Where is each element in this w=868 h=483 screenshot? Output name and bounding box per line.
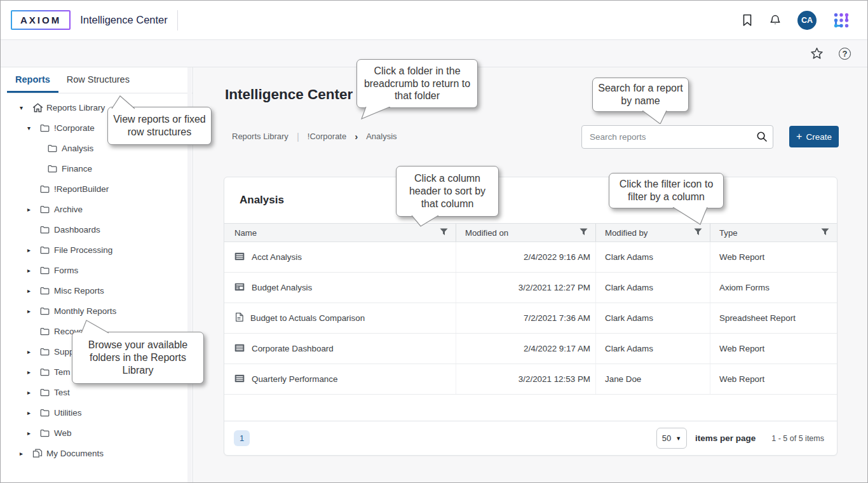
column-header-label: Modified on <box>465 228 508 238</box>
table-row[interactable]: Quarterly Performance 3/2/2021 12:53 PM … <box>224 364 837 395</box>
favorite-star-icon[interactable] <box>810 47 824 60</box>
tree-item[interactable]: ▸ Web <box>1 423 193 443</box>
folder-icon <box>40 185 54 193</box>
tab-row-structures[interactable]: Row Structures <box>58 67 138 93</box>
type-cell: Web Report <box>710 242 837 272</box>
expand-arrow-icon[interactable]: ▾ <box>20 104 32 111</box>
tree-item-label: Archive <box>54 205 83 214</box>
web-report-icon <box>234 344 245 354</box>
folder-icon <box>40 205 54 214</box>
table-body: Acct Analysis 2/4/2022 9:16 AM Clark Ada… <box>224 242 837 395</box>
axiom-forms-icon <box>234 283 245 293</box>
folder-icon <box>40 246 54 254</box>
modified-by-cell: Jane Doe <box>596 364 710 394</box>
breadcrumb-item-analysis[interactable]: Analysis <box>366 132 397 141</box>
breadcrumb-item-reports-library[interactable]: Reports Library <box>232 132 288 141</box>
expand-arrow-icon[interactable]: ▾ <box>27 125 40 132</box>
filter-funnel-icon[interactable] <box>821 228 829 238</box>
column-header-modified-on[interactable]: Modified on <box>456 224 596 242</box>
tree-item[interactable]: !ReportBuilder <box>1 179 193 199</box>
folder-icon <box>40 348 54 356</box>
table-empty-space <box>224 395 837 421</box>
expand-arrow-icon[interactable]: ▸ <box>27 348 40 355</box>
filter-funnel-icon[interactable] <box>694 228 702 238</box>
page-size-value: 50 <box>662 433 671 443</box>
axiom-logo: AXIOM <box>11 10 71 30</box>
table-row[interactable]: Corporate Dashboard 2/4/2022 9:17 AM Cla… <box>224 334 837 364</box>
web-report-icon <box>234 374 245 384</box>
create-button[interactable]: + Create <box>789 126 839 147</box>
table-header-row: Name Modified on Modified by Type <box>224 223 837 242</box>
expand-arrow-icon[interactable]: ▸ <box>27 369 40 376</box>
table-row[interactable]: Budget Analysis 3/2/2021 12:27 PM Clark … <box>224 273 837 303</box>
filter-funnel-icon[interactable] <box>580 228 588 238</box>
sidebar-tabs: Reports Row Structures <box>7 67 193 93</box>
folder-icon <box>40 226 54 234</box>
expand-arrow-icon[interactable]: ▸ <box>27 389 40 396</box>
tree-item[interactable]: ▸ Forms <box>1 260 193 280</box>
axiom-logo-text: AXIOM <box>12 11 69 29</box>
search-input[interactable] <box>581 125 773 149</box>
column-header-label: Modified by <box>605 228 648 238</box>
folder-icon <box>40 327 54 336</box>
tree-item-label: Dashboards <box>54 225 100 235</box>
type-cell: Web Report <box>710 334 837 364</box>
modified-on-cell: 2/4/2022 9:16 AM <box>456 242 596 272</box>
expand-arrow-icon[interactable]: ▸ <box>27 267 40 274</box>
expand-arrow-icon[interactable]: ▸ <box>27 206 40 213</box>
tree-item-label: My Documents <box>46 449 104 458</box>
chevron-down-icon: ▼ <box>675 435 681 442</box>
bookmark-icon[interactable] <box>742 14 753 27</box>
expand-arrow-icon[interactable]: ▸ <box>27 308 40 315</box>
callout-search-help: Search for a report by name <box>592 78 689 112</box>
title-divider <box>177 10 178 31</box>
tab-reports[interactable]: Reports <box>7 67 58 93</box>
expand-arrow-icon[interactable]: ▸ <box>27 247 40 254</box>
modified-by-cell: Clark Adams <box>596 242 710 272</box>
help-icon[interactable]: ? <box>839 48 851 60</box>
web-report-icon <box>234 252 245 262</box>
tree-item[interactable]: ▸ Misc Reports <box>1 280 193 301</box>
expand-arrow-icon[interactable]: ▸ <box>27 409 40 416</box>
pagination-bar: 1 50 ▼ items per page 1 - 5 of 5 items <box>224 421 837 455</box>
folder-icon <box>40 429 54 437</box>
tree-item[interactable]: ▸ Monthly Reports <box>1 301 193 321</box>
expand-arrow-icon[interactable]: ▸ <box>27 287 40 294</box>
folder-icon <box>40 368 54 376</box>
tree-item[interactable]: ▸ Archive <box>1 199 193 219</box>
tree-item-label: Tem <box>54 367 71 377</box>
top-bar: AXIOM Intelligence Center CA <box>1 1 867 40</box>
apps-grid-icon[interactable] <box>833 12 850 29</box>
filter-funnel-icon[interactable] <box>440 228 448 238</box>
page-size-select[interactable]: 50 ▼ <box>656 428 687 449</box>
tree-item-label: Utilities <box>54 408 82 418</box>
tree-item[interactable]: Dashboards <box>1 219 193 240</box>
column-header-type[interactable]: Type <box>710 224 837 242</box>
items-per-page-label: items per page <box>695 433 756 443</box>
folder-tree: ▾ Reports Library ▾ !Corporate Analysis … <box>1 97 193 463</box>
app-title: Intelligence Center <box>80 14 168 26</box>
tree-item[interactable]: ▸ Utilities <box>1 402 193 423</box>
page-number-button[interactable]: 1 <box>234 430 250 446</box>
column-header-modified-by[interactable]: Modified by <box>596 224 710 242</box>
modified-on-cell: 3/2/2021 12:53 PM <box>456 364 596 394</box>
user-avatar[interactable]: CA <box>797 11 817 30</box>
expand-arrow-icon[interactable]: ▸ <box>20 450 32 457</box>
search-box <box>581 125 773 149</box>
expand-arrow-icon[interactable]: ▸ <box>27 430 40 437</box>
tree-item[interactable]: ▸ Test <box>1 382 193 402</box>
tree-item[interactable]: ▸ My Documents <box>1 443 193 463</box>
table-row[interactable]: Acct Analysis 2/4/2022 9:16 AM Clark Ada… <box>224 242 837 273</box>
tree-item[interactable]: ▸ File Processing <box>1 240 193 260</box>
tree-item-label: Finance <box>62 164 92 173</box>
card-title: Analysis <box>224 177 837 223</box>
table-row[interactable]: Budget to Actuals Comparison 7/2/2021 7:… <box>224 303 837 334</box>
search-icon[interactable] <box>756 131 768 145</box>
tree-item[interactable]: Finance <box>1 158 193 179</box>
items-range-label: 1 - 5 of 5 items <box>771 434 824 443</box>
tree-item-label: Misc Reports <box>54 286 104 296</box>
notifications-bell-icon[interactable] <box>770 15 781 25</box>
breadcrumb-item-corporate[interactable]: !Corporate <box>308 132 346 141</box>
breadcrumb-pipe-divider: | <box>297 131 299 142</box>
create-button-label: Create <box>806 132 832 142</box>
